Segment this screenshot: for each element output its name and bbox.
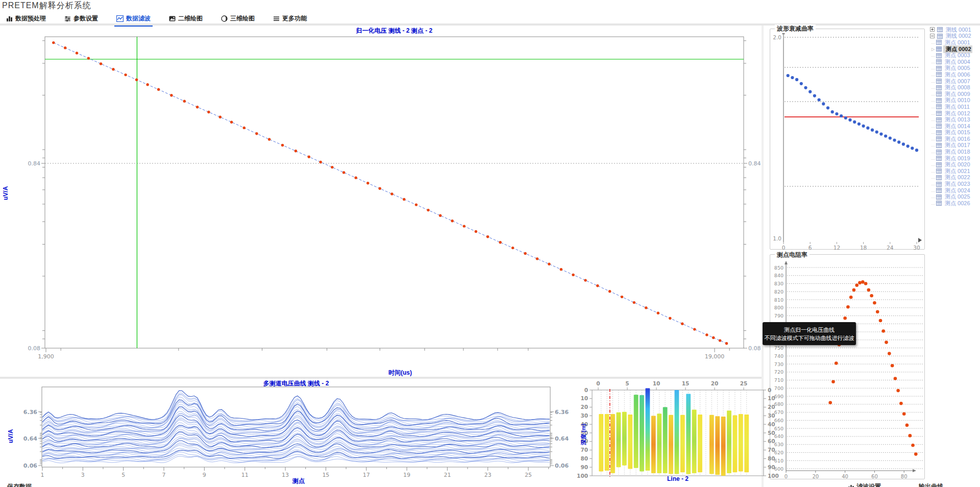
svg-text:0.08: 0.08 xyxy=(28,345,41,352)
svg-text:20: 20 xyxy=(812,474,819,479)
curvature-dots[interactable] xyxy=(787,74,919,152)
svg-text:5: 5 xyxy=(625,380,629,386)
svg-text:600: 600 xyxy=(774,466,783,472)
svg-text:3: 3 xyxy=(81,472,85,478)
svg-text:7: 7 xyxy=(162,472,166,478)
main-curve[interactable] xyxy=(52,41,728,345)
svg-text:0: 0 xyxy=(584,387,588,393)
tree-branch-dots: … xyxy=(930,150,936,154)
tree-point-label: 测点 0026 xyxy=(943,200,970,207)
svg-text:17: 17 xyxy=(363,472,370,478)
svg-text:640: 640 xyxy=(774,433,783,439)
main-chart-ylabel: uV/A xyxy=(2,186,9,200)
multichannel-chart-title: 多测道电压曲线 测线 - 2 xyxy=(42,379,550,388)
curvature-panel-title: 波形衰减曲率 xyxy=(775,25,816,33)
svg-text:840: 840 xyxy=(774,273,783,278)
svg-text:750: 750 xyxy=(774,345,783,351)
tree-branch-dots: … xyxy=(930,60,936,64)
tree-branch-dots: … xyxy=(930,98,936,103)
svg-text:5: 5 xyxy=(121,472,125,478)
section-bars[interactable] xyxy=(599,388,749,476)
tree-branch-dots: … xyxy=(930,162,936,167)
tree-branch-dots: … xyxy=(930,143,936,148)
expand-plus-icon[interactable] xyxy=(930,27,936,33)
selected-arrow-icon: ▷ xyxy=(930,47,936,52)
svg-text:60: 60 xyxy=(871,474,878,479)
tree-branch-dots: … xyxy=(930,169,936,174)
tree-branch-dots: … xyxy=(930,130,936,135)
tree-point-item-26[interactable]: … 测点 0026 xyxy=(930,200,980,207)
svg-text:9: 9 xyxy=(203,472,206,478)
svg-text:11: 11 xyxy=(241,472,249,478)
resistivity-panel-title: 测点电阻率 xyxy=(775,251,810,259)
svg-text:670: 670 xyxy=(774,409,783,415)
svg-text:620: 620 xyxy=(774,450,783,455)
svg-text:100: 100 xyxy=(768,473,779,479)
multichannel-chart-ylabel: uV/A xyxy=(7,429,14,443)
svg-text:21: 21 xyxy=(444,472,451,478)
svg-text:1: 1 xyxy=(41,472,44,478)
main-chart: 0.840.840.080.081,90019,000 xyxy=(28,37,761,360)
svg-text:0.64: 0.64 xyxy=(23,435,37,442)
svg-text:100: 100 xyxy=(577,473,588,479)
svg-text:810: 810 xyxy=(774,297,783,303)
svg-text:6.36: 6.36 xyxy=(555,409,569,416)
tree-branch-dots: … xyxy=(930,188,936,193)
svg-text:850: 850 xyxy=(774,265,783,271)
svg-text:0: 0 xyxy=(768,387,771,393)
svg-text:80: 80 xyxy=(580,455,588,461)
tree-branch-dots: … xyxy=(930,124,936,129)
svg-text:6: 6 xyxy=(808,245,812,251)
svg-text:0.64: 0.64 xyxy=(555,435,569,442)
svg-text:30: 30 xyxy=(913,245,920,251)
tree-branch-dots: … xyxy=(930,79,936,84)
svg-text:830: 830 xyxy=(774,281,783,286)
tree-branch-dots: … xyxy=(930,85,936,90)
svg-text:19,000: 19,000 xyxy=(705,353,725,360)
svg-text:18: 18 xyxy=(860,245,867,251)
svg-text:660: 660 xyxy=(774,418,783,423)
svg-text:700: 700 xyxy=(774,385,783,391)
svg-text:19: 19 xyxy=(403,472,410,478)
svg-text:90: 90 xyxy=(580,464,588,470)
resistivity-chart: 8508408308208108007907807707607507407307… xyxy=(774,261,923,479)
svg-text:10: 10 xyxy=(653,380,660,386)
section-chart-ylabel: 深度 (m) xyxy=(580,424,587,445)
svg-text:24: 24 xyxy=(887,245,894,251)
svg-text:25: 25 xyxy=(740,380,748,386)
tree-branch-dots: … xyxy=(930,175,936,180)
svg-text:800: 800 xyxy=(774,305,783,310)
tree-branch-dots: … xyxy=(930,182,936,186)
tooltip-line2: 不同滤波模式下可拖动曲线进行滤波 xyxy=(763,334,856,342)
multichannel-traces[interactable] xyxy=(42,391,550,463)
svg-text:0.84: 0.84 xyxy=(28,160,41,167)
svg-text:0: 0 xyxy=(785,474,788,479)
collapse-minus-icon[interactable] xyxy=(930,33,936,39)
tree-branch-dots: … xyxy=(930,105,936,109)
filter-hint-tooltip: 测点归一化电压曲线 不同滤波模式下可拖动曲线进行滤波 xyxy=(763,322,856,345)
tree-branch-dots: … xyxy=(930,117,936,122)
svg-text:820: 820 xyxy=(774,289,783,295)
svg-text:12: 12 xyxy=(834,245,840,251)
svg-text:720: 720 xyxy=(774,369,783,375)
svg-text:20: 20 xyxy=(580,404,588,410)
svg-text:70: 70 xyxy=(580,447,588,453)
tree-branch-dots: … xyxy=(930,137,936,141)
section-chart-title: Line - 2 xyxy=(592,475,764,482)
tree-branch-dots: … xyxy=(930,194,936,199)
svg-text:0.06: 0.06 xyxy=(23,462,37,469)
main-chart-xlabel: 时间(us) xyxy=(380,369,421,377)
svg-text:40: 40 xyxy=(842,474,848,479)
svg-text:0.06: 0.06 xyxy=(555,462,569,469)
tree-branch-dots: … xyxy=(930,92,936,96)
svg-text:0.84: 0.84 xyxy=(748,160,761,167)
svg-text:15: 15 xyxy=(322,472,329,478)
svg-text:2.0: 2.0 xyxy=(773,34,781,40)
curvature-scroll-arrow-icon[interactable] xyxy=(918,238,922,242)
svg-text:0: 0 xyxy=(782,245,786,251)
svg-text:730: 730 xyxy=(774,361,783,367)
svg-text:23: 23 xyxy=(484,472,492,478)
resistivity-dots[interactable] xyxy=(828,280,917,456)
tree-branch-dots: … xyxy=(930,72,936,77)
svg-text:1,900: 1,900 xyxy=(38,353,54,360)
